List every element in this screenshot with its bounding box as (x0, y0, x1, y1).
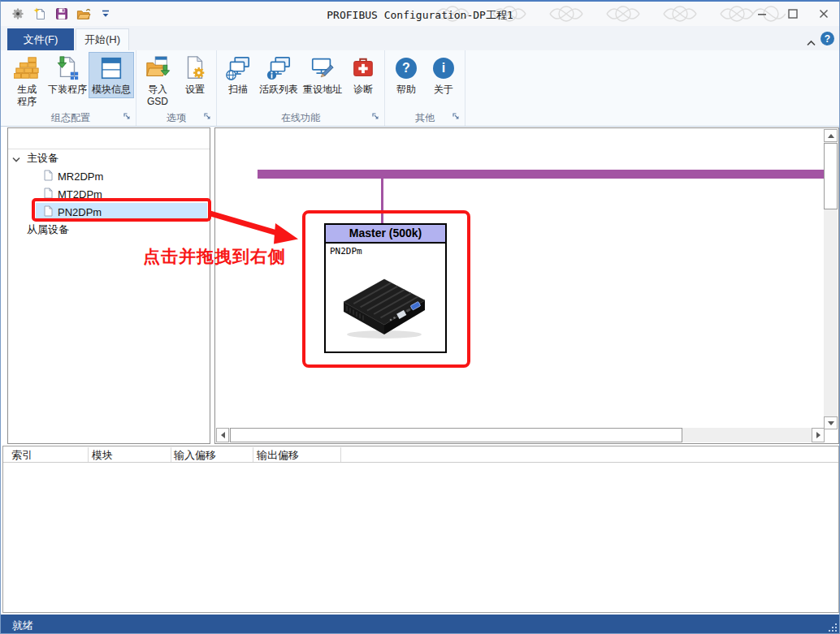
tab-file[interactable]: 文件(F) (7, 28, 74, 50)
module-info-icon (97, 54, 125, 82)
download-program-icon (54, 54, 81, 82)
dialog-launcher-icon[interactable] (452, 111, 460, 123)
tree-item-pn2dpm-selected[interactable]: PN2DPm (36, 203, 207, 221)
dialog-launcher-icon[interactable] (123, 111, 131, 123)
dialog-launcher-icon[interactable] (204, 111, 211, 123)
reset-address-button[interactable]: 重设地址 (301, 53, 344, 97)
network-canvas[interactable]: Master (500k) PN2DPm (214, 127, 839, 444)
tree-item-label: PN2DPm (58, 206, 102, 218)
help-label: 帮助 (396, 84, 416, 96)
column-header-module[interactable]: 模块 (92, 448, 113, 463)
tree-item-mr2dpm[interactable]: MR2DPm (8, 167, 210, 185)
profibus-bus-bar[interactable] (258, 170, 824, 179)
help-glyph: ? (825, 33, 830, 45)
ribbon-group-online: 扫描 活 (217, 50, 385, 126)
group-label-options: 选项 (167, 111, 186, 125)
chevron-down-icon[interactable] (12, 153, 20, 165)
group-label-online: 在线功能 (281, 111, 320, 125)
download-program-label: 下装程序 (48, 84, 87, 96)
about-button[interactable]: i 关于 (425, 53, 462, 97)
scroll-left-button[interactable] (216, 428, 229, 442)
scroll-down-button[interactable] (824, 416, 838, 429)
tab-home[interactable]: 开始(H) (76, 28, 129, 50)
bricks-icon (13, 54, 41, 82)
title-bar: PROFIBUS Configuration-DP工程1 (1, 2, 839, 26)
diagnose-button[interactable]: 诊断 (344, 53, 382, 97)
device-file-icon (44, 188, 53, 201)
column-separator (88, 447, 89, 462)
scroll-right-button[interactable] (812, 428, 825, 442)
module-info-button[interactable]: 模块信息 (89, 53, 133, 97)
column-separator (340, 447, 341, 462)
column-separator (253, 447, 253, 462)
device-tree-panel: 主设备 MR2DPm MT2DPm PN2DPm 从属设备 (7, 127, 210, 444)
help-button[interactable]: ? 帮助 (388, 53, 425, 97)
tree-item-label: MR2DPm (58, 170, 103, 183)
diagnose-icon (349, 54, 377, 82)
column-header-output-offset[interactable]: 输出偏移 (257, 448, 299, 463)
scan-button[interactable]: 扫描 (219, 53, 257, 97)
device-file-icon (44, 170, 53, 183)
dialog-launcher-icon[interactable] (372, 111, 379, 123)
scan-label: 扫描 (228, 84, 248, 96)
generate-program-label: 生成 程序 (17, 84, 37, 108)
vertical-scrollbar[interactable] (824, 129, 838, 429)
about-icon: i (433, 58, 454, 79)
column-header-input-offset[interactable]: 输入偏移 (174, 448, 216, 463)
ribbon-collapse-icon[interactable] (806, 35, 816, 50)
maximize-icon[interactable] (781, 6, 805, 22)
diagnose-label: 诊断 (353, 84, 373, 96)
master-device-header: Master (500k) (326, 225, 445, 244)
active-list-button[interactable]: 活跃列表 (257, 53, 301, 97)
scroll-up-button[interactable] (824, 129, 838, 142)
group-label-other: 其他 (415, 111, 435, 125)
ribbon-tab-row: 文件(F) 开始(H) ? (1, 26, 839, 50)
device-file-icon (44, 205, 53, 219)
module-info-label: 模块信息 (92, 84, 131, 96)
tree-node-master-devices[interactable]: 主设备 (8, 149, 210, 167)
master-device-box[interactable]: Master (500k) PN2DPm (324, 223, 447, 353)
tree-header-strip (8, 128, 210, 149)
vertical-scroll-thumb[interactable] (824, 143, 838, 209)
window-title: PROFIBUS Configuration-DP工程1 (1, 8, 839, 23)
minimize-icon[interactable] (750, 6, 774, 22)
status-bar: 就绪 (1, 615, 840, 634)
module-table-panel: 索引 模块 输入偏移 输出偏移 (2, 446, 839, 613)
tree-label-master-devices: 主设备 (27, 151, 58, 166)
bus-drop-line (381, 179, 383, 225)
master-device-name: PN2DPm (330, 246, 362, 257)
status-text: 就绪 (12, 619, 33, 633)
import-gsd-label: 导入 GSD (147, 84, 168, 108)
module-table-header: 索引 模块 输入偏移 输出偏移 (3, 446, 838, 463)
close-icon[interactable] (812, 6, 836, 22)
settings-label: 设置 (185, 84, 205, 96)
active-list-icon (265, 54, 292, 82)
column-header-index[interactable]: 索引 (11, 448, 32, 463)
import-gsd-button[interactable]: 导入 GSD (139, 53, 176, 110)
tree-node-slave-devices[interactable]: 从属设备 (8, 221, 210, 239)
app-window: PROFIBUS Configuration-DP工程1 文件(F) 开始(H)… (0, 0, 840, 634)
download-program-button[interactable]: 下装程序 (45, 53, 89, 97)
tree-item-mt2dpm[interactable]: MT2DPm (8, 185, 210, 203)
tree-label-slave-devices: 从属设备 (27, 222, 69, 237)
mini-pc-image (334, 265, 436, 343)
help-icon: ? (396, 58, 417, 79)
resize-grip-icon[interactable] (827, 622, 838, 633)
tree-item-label: MT2DPm (58, 188, 102, 201)
about-label: 关于 (434, 84, 453, 96)
scan-icon (224, 54, 252, 82)
settings-button[interactable]: 设置 (176, 53, 214, 97)
ribbon-group-other: ? 帮助 i 关于 其他 (385, 50, 465, 126)
ribbon-help-icon[interactable]: ? (821, 32, 834, 45)
horizontal-scrollbar[interactable] (216, 428, 825, 442)
ribbon-group-options: 导入 GSD 设置 选项 (136, 50, 217, 126)
ribbon: 生成 程序 下装程序 (1, 50, 839, 127)
active-list-label: 活跃列表 (259, 84, 298, 96)
horizontal-scroll-thumb[interactable] (230, 428, 682, 442)
ribbon-group-config: 生成 程序 下装程序 (6, 50, 136, 126)
import-gsd-icon (144, 54, 171, 82)
reset-address-label: 重设地址 (303, 84, 342, 96)
generate-program-button[interactable]: 生成 程序 (8, 53, 45, 110)
reset-address-icon (309, 54, 336, 82)
group-label-config: 组态配置 (51, 111, 90, 125)
